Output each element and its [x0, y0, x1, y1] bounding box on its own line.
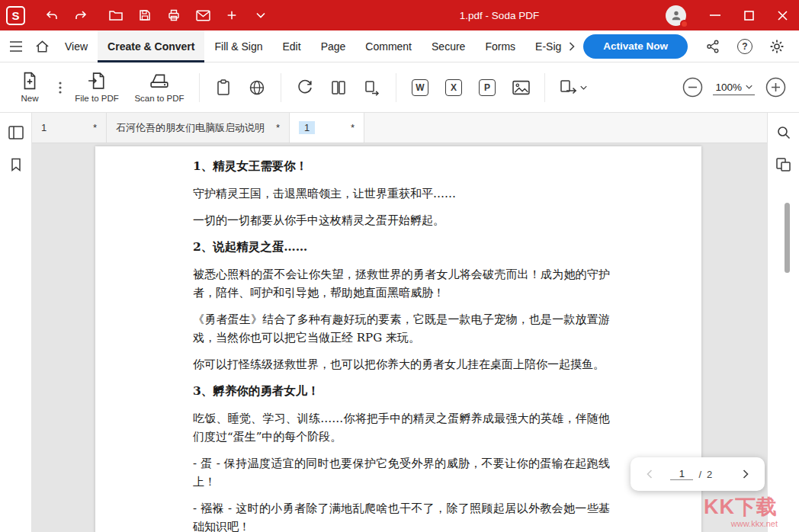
redo-button[interactable] — [66, 0, 95, 30]
print-button[interactable] — [159, 0, 188, 30]
thumbnails-panel-button[interactable] — [5, 122, 27, 143]
activate-now-button[interactable]: Activate Now — [583, 34, 688, 59]
toolbar-separator — [281, 73, 281, 102]
split-icon — [330, 79, 347, 96]
zoom-level-dropdown[interactable]: 100% — [713, 80, 755, 95]
add-quick-tool-button[interactable] — [217, 0, 246, 30]
email-button[interactable] — [188, 0, 217, 30]
doc-paragraph: - 蛋 - 保持温度适宜的同时也要保护它免受外界的威胁，不要让你的蛋输在起跑线上… — [193, 454, 610, 491]
home-icon — [35, 40, 50, 53]
email-icon — [196, 10, 210, 21]
zoom-controls: 100% — [681, 71, 787, 104]
pdf-to-image-button[interactable] — [504, 71, 537, 104]
current-page-input[interactable] — [670, 468, 693, 480]
tab-comment-label: Comment — [365, 40, 412, 53]
settings-button[interactable] — [764, 34, 790, 59]
account-avatar[interactable] — [666, 5, 686, 26]
document-tab[interactable]: 1 * — [32, 113, 107, 143]
document-tab-active[interactable]: 1 * — [290, 113, 364, 143]
redo-icon — [74, 8, 88, 22]
maximize-button[interactable] — [732, 0, 765, 30]
zoom-out-icon — [682, 77, 703, 98]
tab-esign-label: E-Sign — [535, 40, 562, 53]
page-preview-panel-button[interactable] — [773, 154, 794, 175]
zoom-out-button[interactable] — [681, 71, 704, 104]
zoom-level-value: 100% — [715, 82, 742, 93]
scan-to-pdf-button[interactable]: Scan to PDF — [127, 66, 192, 110]
gear-icon — [769, 39, 785, 54]
globe-icon — [249, 79, 265, 96]
titlebar-right-controls — [666, 0, 799, 30]
split-button[interactable] — [322, 71, 355, 104]
extract-button[interactable] — [355, 71, 389, 104]
more-tabs-button[interactable] — [562, 34, 582, 59]
pdf-to-excel-button[interactable]: X — [437, 71, 470, 104]
help-glyph: ? — [742, 41, 747, 52]
page-preview-icon — [776, 158, 791, 171]
document-tab[interactable]: 石河伦吾的朋友们电脑版启动说明 * — [107, 113, 290, 143]
toolbar-separator — [544, 73, 545, 102]
doc-paragraph: 你可以打怪练级拯救世界，也可以把你养大的勇者女儿挂在桌面上陪你一起摸鱼。 — [193, 355, 610, 373]
save-button[interactable] — [130, 0, 159, 30]
open-file-button[interactable] — [101, 0, 130, 30]
batch-convert-button[interactable] — [552, 71, 595, 104]
tab-edit[interactable]: Edit — [273, 30, 311, 62]
share-icon — [706, 40, 720, 53]
rotate-icon — [297, 79, 313, 96]
workspace: 1 * 石河伦吾的朋友们电脑版启动说明 * 1 * 1、精灵女王需要你！ 守护精… — [0, 113, 799, 532]
tab-create-convert[interactable]: Create & Convert — [98, 30, 204, 62]
pdf-viewport[interactable]: 1、精灵女王需要你！ 守护精灵王国，击退黑暗领主，让世界重获和平…… 一切的一切… — [32, 143, 767, 532]
notification-dot — [680, 20, 688, 28]
page-separator: / — [698, 469, 701, 480]
tab-page[interactable]: Page — [311, 30, 356, 62]
bookmark-icon — [11, 158, 21, 171]
pdf-to-powerpoint-button[interactable]: P — [470, 71, 504, 104]
quick-toolbar-dropdown[interactable] — [246, 0, 275, 30]
zoom-in-icon — [765, 77, 786, 98]
window-title: 1.pdf - Soda PDF — [460, 10, 539, 21]
word-letter: W — [416, 82, 424, 93]
tab-view[interactable]: View — [55, 30, 98, 62]
right-panel-rail — [767, 113, 799, 532]
tab-secure[interactable]: Secure — [422, 30, 475, 62]
document-tab-label: 1 — [41, 122, 47, 133]
clipboard-icon — [216, 79, 231, 96]
next-page-button[interactable] — [737, 466, 754, 482]
app-logo: S — [6, 6, 25, 25]
file-to-pdf-button[interactable]: File to PDF — [67, 66, 127, 110]
tab-secure-label: Secure — [432, 40, 465, 53]
doc-paragraph: 《勇者蛋生》结合了多种有趣好玩的要素，它既是一款电子宠物，也是一款放置游戏，当然… — [193, 310, 610, 347]
home-tab-button[interactable] — [29, 34, 55, 59]
main-menu-button[interactable] — [3, 34, 29, 59]
search-panel-button[interactable] — [773, 122, 794, 143]
doc-paragraph: 吃饭、睡觉、学习、训练……你将把手中的精灵之蛋孵养成最强大的英雄，伴随他们度过“… — [193, 409, 610, 446]
tab-forms[interactable]: Forms — [475, 30, 525, 62]
paste-button[interactable] — [207, 71, 240, 104]
doc-paragraph: 一切的一切都要从你手中这枚精灵之蛋开始孵起。 — [193, 211, 610, 229]
page-navigator: / 2 — [631, 457, 765, 491]
online-services-button[interactable] — [240, 71, 274, 104]
tab-esign[interactable]: E-Sign — [525, 30, 562, 62]
minimize-button[interactable] — [698, 0, 732, 30]
new-document-button[interactable]: New — [6, 66, 53, 110]
tab-fill-sign[interactable]: Fill & Sign — [204, 30, 272, 62]
share-button[interactable] — [700, 34, 726, 59]
help-button[interactable]: ? — [732, 34, 758, 59]
tab-edit-label: Edit — [283, 40, 301, 53]
scan-to-pdf-label: Scan to PDF — [134, 94, 184, 103]
new-options-button[interactable] — [53, 71, 67, 104]
undo-button[interactable] — [37, 0, 66, 30]
batch-convert-icon — [560, 79, 578, 96]
close-button[interactable] — [765, 0, 799, 30]
convert-rotate-button[interactable] — [288, 71, 322, 104]
previous-page-button[interactable] — [641, 466, 658, 482]
pdf-to-word-button[interactable]: W — [403, 71, 437, 104]
tab-forms-label: Forms — [485, 40, 515, 53]
search-icon — [777, 126, 791, 139]
bookmarks-panel-button[interactable] — [5, 154, 27, 175]
vertical-scrollbar-thumb[interactable] — [785, 203, 790, 273]
kebab-menu-icon — [59, 82, 62, 94]
tab-comment[interactable]: Comment — [355, 30, 422, 62]
zoom-in-button[interactable] — [764, 71, 787, 104]
excel-icon: X — [445, 79, 462, 96]
